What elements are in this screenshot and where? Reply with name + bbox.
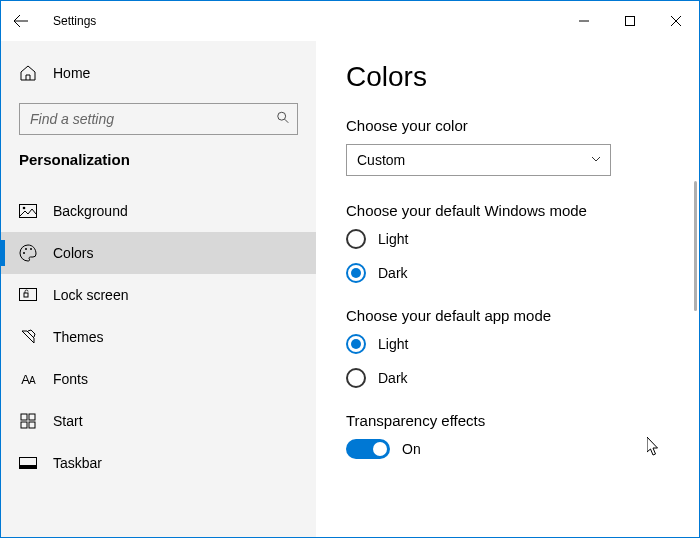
themes-icon [19,328,37,346]
radio-icon [346,229,366,249]
sidebar-item-start[interactable]: Start [1,400,316,442]
minimize-icon [579,16,589,26]
windows-mode-light[interactable]: Light [346,229,669,249]
sidebar-item-taskbar[interactable]: Taskbar [1,442,316,484]
home-nav[interactable]: Home [1,53,316,93]
svg-rect-9 [21,414,27,420]
sidebar-item-lockscreen[interactable]: Lock screen [1,274,316,316]
svg-point-3 [23,207,26,210]
sidebar-item-label: Background [53,203,128,219]
sidebar-item-label: Lock screen [53,287,128,303]
dropdown-value: Custom [357,152,405,168]
close-icon [671,16,681,26]
search-icon [276,111,290,128]
section-header: Personalization [1,151,316,168]
choose-color-dropdown[interactable]: Custom [346,144,611,176]
transparency-toggle[interactable] [346,439,390,459]
minimize-button[interactable] [561,5,607,37]
radio-label: Light [378,336,408,352]
sidebar-item-label: Themes [53,329,104,345]
scrollbar[interactable] [694,181,697,311]
chevron-down-icon [590,152,602,168]
main-content: Colors Choose your color Custom Choose y… [316,41,699,537]
search-input[interactable] [19,103,298,135]
lockscreen-icon [19,288,37,302]
app-mode-dark[interactable]: Dark [346,368,669,388]
svg-rect-14 [20,465,37,469]
window-title: Settings [53,14,96,28]
home-label: Home [53,65,90,81]
svg-point-1 [278,112,286,120]
close-button[interactable] [653,5,699,37]
windows-mode-dark[interactable]: Dark [346,263,669,283]
svg-rect-8 [24,293,28,297]
svg-point-5 [25,248,27,250]
arrow-left-icon [13,13,29,29]
back-button[interactable] [1,1,41,41]
picture-icon [19,204,37,218]
radio-label: Dark [378,265,408,281]
windows-mode-label: Choose your default Windows mode [346,202,669,219]
radio-icon [346,368,366,388]
search-container [19,103,298,135]
svg-rect-11 [21,422,27,428]
sidebar-item-colors[interactable]: Colors [1,232,316,274]
svg-point-6 [30,248,32,250]
sidebar-item-background[interactable]: Background [1,190,316,232]
toggle-state: On [402,441,421,457]
maximize-button[interactable] [607,5,653,37]
start-icon [19,413,37,429]
titlebar: Settings [1,1,699,41]
sidebar-item-label: Fonts [53,371,88,387]
palette-icon [19,244,37,262]
sidebar-item-themes[interactable]: Themes [1,316,316,358]
svg-rect-10 [29,414,35,420]
app-mode-light[interactable]: Light [346,334,669,354]
svg-rect-0 [626,17,635,26]
transparency-label: Transparency effects [346,412,669,429]
radio-label: Dark [378,370,408,386]
svg-rect-12 [29,422,35,428]
maximize-icon [625,16,635,26]
sidebar: Home Personalization Background Colors L… [1,41,316,537]
page-title: Colors [346,61,669,93]
radio-label: Light [378,231,408,247]
taskbar-icon [19,457,37,469]
radio-icon [346,334,366,354]
home-icon [19,64,37,82]
sidebar-item-label: Taskbar [53,455,102,471]
sidebar-item-label: Colors [53,245,93,261]
sidebar-item-fonts[interactable]: AA Fonts [1,358,316,400]
radio-icon [346,263,366,283]
choose-color-label: Choose your color [346,117,669,134]
app-mode-label: Choose your default app mode [346,307,669,324]
fonts-icon: AA [19,372,37,387]
sidebar-item-label: Start [53,413,83,429]
svg-point-4 [23,252,25,254]
